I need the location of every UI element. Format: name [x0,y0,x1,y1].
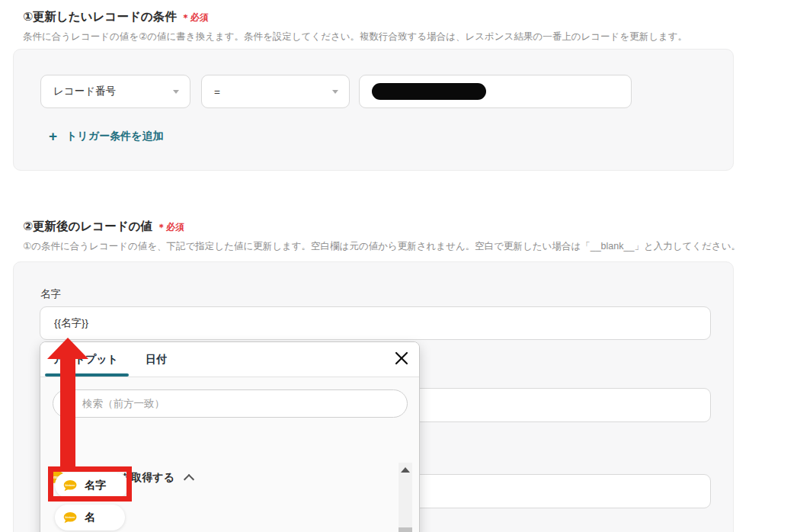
field-input-myoji[interactable] [40,306,711,340]
kintone-app-icon: kintone [63,511,78,524]
section2-title: ②更新後のレコードの値 [23,219,152,235]
condition-field-select-value: レコード番号 [53,85,116,98]
condition-operator-select-value: = [214,86,220,98]
svg-text:kintone: kintone [66,516,75,519]
list-item-label: 名 [85,511,95,524]
tab-date-label: 日付 [146,353,167,367]
annotation-arrow-head [47,338,88,359]
condition-field-select[interactable]: レコード番号 [40,75,190,108]
output-selector-popup: アウトプット 日付 [40,341,420,532]
condition-card: レコード番号 = + トリガー条件を追加 [13,49,734,171]
list-item-mei[interactable]: kintone 名 [55,505,125,530]
add-trigger-condition-button[interactable]: + トリガー条件を追加 [49,129,163,143]
section1-title: ①更新したいレコードの条件 [23,9,177,25]
search-input[interactable] [81,397,398,410]
section1-required-badge: ＊必須 [181,11,209,24]
section1-description: 条件に合うレコードの値を②の値に書き換えます。条件を設定してください。複数行合致… [23,30,687,43]
close-icon [395,351,408,365]
section2-required-badge: ＊必須 [157,221,184,234]
section1-heading: ①更新したいレコードの条件 ＊必須 [23,9,209,25]
popup-scrollbar[interactable] [398,463,412,532]
chevron-up-icon [184,474,194,485]
active-tab-underline [45,373,129,377]
scrollbar-thumb[interactable] [398,527,412,532]
plus-icon: + [49,129,57,143]
redacted-value [372,83,486,100]
annotation-arrow-shaft [60,355,75,470]
scroll-up-icon[interactable] [401,467,410,473]
close-button[interactable] [393,351,410,367]
search-box[interactable] [53,389,408,418]
condition-operator-select[interactable]: = [201,75,350,108]
chevron-down-icon [332,90,338,94]
condition-value-input[interactable] [359,75,632,108]
field-label-myoji: 名字 [40,287,61,301]
tab-date[interactable]: 日付 [146,342,167,377]
record-update-settings-page: ①更新したいレコードの条件 ＊必須 条件に合うレコードの値を②の値に書き換えます… [0,0,797,532]
annotation-highlight-box [48,466,132,502]
add-trigger-condition-label: トリガー条件を追加 [66,130,163,143]
chevron-down-icon [173,90,179,94]
section2-heading: ②更新後のレコードの値 ＊必須 [23,219,184,235]
section2-description: ①の条件に合うレコードの値を、下記で指定した値に更新します。空白欄は元の値から更… [23,240,741,253]
popup-header: アウトプット 日付 [40,342,419,377]
